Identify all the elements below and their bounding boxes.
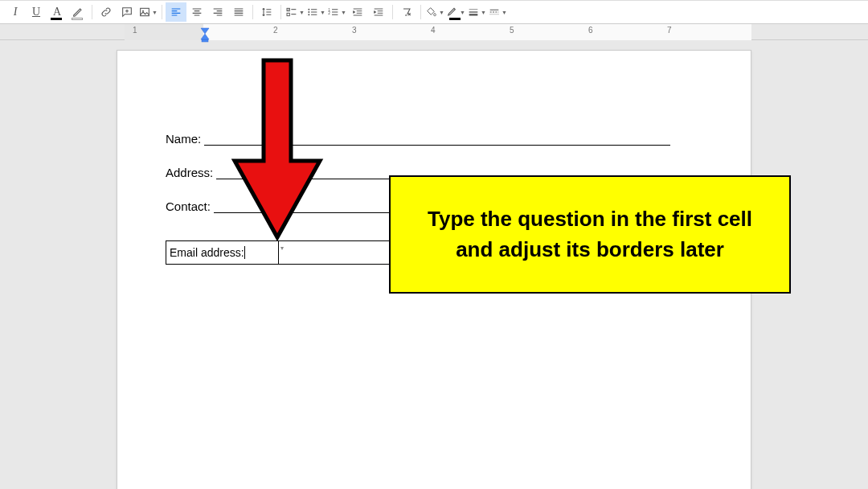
text-color-swatch: [51, 18, 62, 20]
align-right-button[interactable]: [207, 2, 228, 22]
outdent-icon: [351, 6, 364, 18]
highlighter-icon: [72, 6, 84, 18]
ruler-number: 4: [431, 26, 436, 35]
svg-text:2: 2: [328, 11, 330, 15]
indent-icon: [372, 6, 385, 18]
paint-bucket-icon: [425, 6, 438, 18]
numbered-list-icon: 12: [327, 6, 340, 18]
link-icon: [100, 6, 113, 18]
toolbar-separator: [162, 5, 162, 19]
align-justify-icon: [232, 6, 245, 18]
pen-icon: [446, 6, 459, 18]
svg-rect-9: [202, 39, 208, 42]
numbered-list-button[interactable]: 12 ▼: [326, 2, 347, 22]
toolbar-separator: [92, 5, 92, 19]
toolbar-separator: [252, 5, 253, 19]
italic-button[interactable]: I: [5, 2, 26, 22]
ruler-number: 3: [352, 26, 357, 35]
bulleted-list-button[interactable]: ▼: [305, 2, 326, 22]
ruler-track: 1 2 3 4 5 6 7: [125, 24, 751, 40]
instruction-callout: Type the question in the first cell and …: [389, 175, 791, 294]
highlight-button[interactable]: [68, 2, 88, 22]
chevron-down-icon: ▼: [481, 10, 486, 15]
clear-formatting-button[interactable]: [396, 2, 417, 22]
underline-button[interactable]: U: [26, 2, 47, 22]
arrow-down-icon: [225, 56, 330, 249]
ruler-number: 1: [133, 26, 137, 35]
align-left-icon: [170, 6, 182, 18]
ruler-number: 7: [667, 26, 672, 35]
ruler-number: 2: [273, 26, 278, 35]
align-right-icon: [211, 6, 224, 18]
image-icon: [138, 6, 151, 18]
line-spacing-button[interactable]: [256, 2, 277, 22]
insert-image-button[interactable]: ▼: [137, 2, 158, 22]
chevron-down-icon: ▼: [341, 10, 346, 15]
checklist-icon: [285, 6, 298, 18]
chevron-down-icon: ▼: [460, 10, 465, 15]
border-dash-button[interactable]: ▼: [487, 2, 508, 22]
chevron-down-icon: ▼: [439, 10, 444, 15]
border-color-button[interactable]: ▼: [445, 2, 466, 22]
bullet-list-icon: [306, 6, 319, 18]
name-label: Name:: [166, 132, 204, 146]
clear-format-icon: [400, 6, 413, 18]
svg-point-5: [308, 11, 309, 13]
border-style-icon: [488, 6, 501, 18]
border-width-button[interactable]: ▼: [466, 2, 487, 22]
comment-icon: [121, 6, 133, 18]
svg-point-6: [308, 14, 309, 15]
align-justify-button[interactable]: [228, 2, 249, 22]
text-color-button[interactable]: A: [47, 2, 68, 22]
chevron-down-icon: ▼: [299, 10, 305, 15]
checklist-button[interactable]: ▼: [285, 2, 305, 22]
ruler-number: 6: [588, 26, 593, 35]
chevron-down-icon: ▼: [152, 10, 158, 15]
line-spacing-icon: [260, 6, 273, 18]
border-width-icon: [467, 6, 480, 18]
increase-indent-button[interactable]: [368, 2, 389, 22]
fill-color-button[interactable]: ▼: [424, 2, 445, 22]
callout-text: Type the question in the first cell and …: [428, 207, 752, 261]
chevron-down-icon: ▼: [502, 10, 507, 15]
horizontal-ruler[interactable]: 1 2 3 4 5 6 7: [0, 24, 868, 40]
add-comment-button[interactable]: [117, 2, 137, 22]
align-left-button[interactable]: [166, 2, 186, 22]
svg-point-4: [308, 9, 309, 10]
svg-rect-3: [287, 13, 289, 15]
toolbar-separator: [420, 5, 421, 19]
border-color-swatch: [449, 18, 461, 20]
formatting-toolbar: I U A ▼ ▼ ▼ 12 ▼: [0, 0, 868, 24]
align-center-button[interactable]: [186, 2, 207, 22]
address-label: Address:: [166, 166, 216, 179]
toolbar-separator: [392, 5, 393, 19]
align-center-icon: [190, 6, 203, 18]
highlight-swatch: [72, 18, 83, 20]
chevron-down-icon: ▼: [320, 10, 326, 15]
ruler-number: 5: [510, 26, 514, 35]
decrease-indent-button[interactable]: [347, 2, 368, 22]
left-indent-marker[interactable]: [200, 31, 210, 46]
svg-rect-0: [141, 8, 149, 15]
red-arrow-annotation: [225, 56, 330, 253]
insert-link-button[interactable]: [96, 2, 117, 22]
contact-label: Contact:: [166, 199, 214, 213]
toolbar-separator: [280, 5, 281, 19]
